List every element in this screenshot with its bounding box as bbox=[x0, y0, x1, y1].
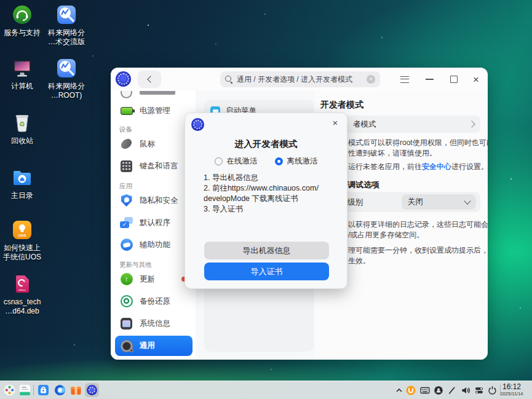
control-center-logo-icon bbox=[191, 118, 204, 131]
desktop-icon-uos-manual[interactable]: UOS 如何快速上 手统信UOS bbox=[0, 219, 44, 262]
panel-paragraph: 性遭到破坏，请谨慎使用。 bbox=[348, 148, 437, 159]
desktop-icon-label: …术交流版 bbox=[44, 38, 89, 47]
software-center-button[interactable] bbox=[69, 383, 83, 397]
stylus-button[interactable] bbox=[445, 383, 459, 397]
maximize-button[interactable] bbox=[447, 73, 461, 86]
minimize-button[interactable] bbox=[422, 73, 437, 86]
desktop-icon-label: csnas_tech bbox=[0, 298, 44, 307]
radio-selected-icon bbox=[275, 157, 283, 165]
dialog-close-button[interactable]: × bbox=[328, 116, 342, 130]
taskbar-separator bbox=[33, 385, 34, 395]
activation-radio-group: 在线激活 离线激活 bbox=[185, 156, 347, 167]
deb-package-icon: debian bbox=[11, 273, 33, 295]
trash-icon: ♻ bbox=[11, 112, 33, 134]
desktop-icon-support[interactable]: 服务与支持 bbox=[0, 4, 44, 38]
radio-offline-activation[interactable]: 离线激活 bbox=[275, 156, 318, 167]
assistive-hand-icon bbox=[119, 238, 133, 252]
screen-capture-button[interactable] bbox=[431, 383, 445, 397]
taskbar: 16:12 2025/11/14 bbox=[0, 381, 532, 399]
sidebar-item-general[interactable]: 通用 bbox=[115, 336, 193, 356]
desktop-icon-label: 计算机 bbox=[0, 82, 44, 91]
panel-paragraph: 运行未签名应用，前往安全中心进行设置。 bbox=[348, 162, 488, 172]
browser-button[interactable] bbox=[53, 383, 67, 397]
chevron-up-icon bbox=[395, 386, 403, 395]
radio-unselected-icon bbox=[215, 157, 223, 165]
computer-icon bbox=[11, 57, 33, 79]
sidebar-item-default-apps[interactable]: ✓ 默认程序 bbox=[115, 213, 193, 232]
step-line: 1. 导出机器信息 bbox=[204, 173, 319, 183]
desktop-icon-label: 如何快速上 bbox=[0, 243, 44, 253]
system-info-icon bbox=[119, 317, 133, 331]
security-center-link[interactable]: 安全中心 bbox=[422, 162, 451, 171]
svg-text:♻: ♻ bbox=[19, 120, 25, 128]
svg-text:debian: debian bbox=[18, 288, 26, 291]
volume-button[interactable] bbox=[458, 383, 472, 397]
desktop-icon-colasoft-root[interactable]: 科来网络分 …ROOT) bbox=[44, 57, 89, 100]
launcher-button[interactable] bbox=[2, 383, 17, 397]
pen-icon bbox=[447, 385, 457, 395]
desktop-icon-computer[interactable]: 计算机 bbox=[0, 57, 44, 91]
sidebar-item-system-info[interactable]: 系统信息 bbox=[115, 314, 193, 333]
back-button[interactable] bbox=[138, 71, 161, 88]
close-button[interactable]: × bbox=[469, 73, 483, 86]
terminal-icon bbox=[19, 384, 31, 396]
battery-icon bbox=[119, 104, 133, 118]
app-store-button[interactable] bbox=[36, 383, 50, 397]
sidebar-section-apps: 应用 bbox=[119, 182, 132, 191]
input-method-button[interactable] bbox=[418, 383, 432, 397]
sidebar-item-backup[interactable]: 备份还原 bbox=[115, 291, 193, 311]
sidebar-item-privacy[interactable]: 隐私和安全 bbox=[115, 191, 193, 210]
debug-options-title: 调试选项 bbox=[347, 180, 379, 191]
hamburger-icon bbox=[400, 76, 409, 83]
uos-id-button[interactable] bbox=[403, 383, 418, 397]
sidebar-item-power-management[interactable]: 电源管理 bbox=[115, 101, 193, 120]
update-arrow-icon: ↑ bbox=[119, 272, 133, 286]
app-store-icon bbox=[38, 384, 49, 396]
export-machine-info-button[interactable]: 导出机器信息 bbox=[204, 242, 329, 259]
desktop-icon-deb-package[interactable]: debian csnas_tech …d64.deb bbox=[0, 273, 44, 316]
sidebar-item-assistive[interactable]: 辅助功能 bbox=[115, 235, 193, 255]
step-line: developMode 下载离线证书 bbox=[204, 194, 319, 204]
panel-paragraph: /或占用更多存储空间。 bbox=[348, 230, 424, 240]
menu-button[interactable] bbox=[397, 73, 412, 86]
toggles-button[interactable] bbox=[472, 383, 486, 397]
clock[interactable]: 16:12 2025/11/14 bbox=[494, 382, 530, 397]
dialog-title: 进入开发者模式 bbox=[185, 138, 347, 150]
level-label: 级别 bbox=[347, 197, 363, 208]
desktop-icon-label: 科来网络分 bbox=[44, 82, 89, 91]
chevron-down-icon bbox=[464, 197, 470, 204]
support-icon bbox=[11, 4, 33, 26]
enter-developer-mode-dialog: × 进入开发者模式 在线激活 离线激活 1. 导出机器信息 2. 前往https… bbox=[185, 113, 347, 289]
control-center-taskbar-button[interactable] bbox=[85, 383, 99, 397]
desktop-icon-label: 科来网络分 bbox=[44, 28, 89, 38]
colasoft-analyzer-icon bbox=[55, 4, 77, 26]
mouse-icon bbox=[119, 137, 133, 151]
chevron-left-icon bbox=[147, 76, 154, 82]
sidebar-section-updates: 更新与其他 bbox=[119, 261, 152, 269]
terminal-button[interactable] bbox=[18, 383, 32, 397]
panel-paragraph: 理可能需要一分钟，收到设置成功提示后，请重 bbox=[348, 245, 488, 256]
maximize-icon bbox=[450, 76, 458, 83]
radio-online-activation[interactable]: 在线激活 bbox=[215, 156, 258, 167]
desktop-icon-colasoft[interactable]: 科来网络分 …术交流版 bbox=[44, 4, 89, 47]
level-dropdown[interactable]: 关闭 bbox=[402, 194, 476, 210]
close-icon: × bbox=[473, 74, 479, 85]
import-certificate-button[interactable]: 导入证书 bbox=[204, 263, 329, 280]
desktop-icon-home[interactable]: 主目录 bbox=[0, 167, 44, 200]
gear-icon bbox=[119, 339, 133, 353]
keyboard-icon bbox=[119, 159, 133, 173]
desktop-icon-label: …d64.deb bbox=[0, 307, 44, 316]
search-input[interactable]: 通用 / 开发者选项 / 进入开发者模式 × bbox=[220, 71, 380, 87]
sidebar-item-mouse[interactable]: 鼠标 bbox=[115, 134, 193, 154]
clear-search-icon[interactable]: × bbox=[367, 75, 375, 84]
panel-title: 开发者模式 bbox=[320, 100, 363, 111]
sidebar-item-update[interactable]: ↑ 更新 bbox=[115, 269, 193, 289]
sidebar-item-keyboard[interactable]: 键盘和语言 bbox=[115, 156, 193, 176]
uos-id-icon bbox=[406, 385, 416, 395]
control-center-logo-icon bbox=[87, 385, 97, 395]
svg-text:UOS: UOS bbox=[18, 234, 26, 237]
home-folder-icon bbox=[11, 167, 33, 189]
desktop-icon-trash[interactable]: ♻ 回收站 bbox=[0, 112, 44, 146]
control-center-logo-icon bbox=[116, 71, 131, 87]
step-line: 2. 前往https://www.chinauos.com/ bbox=[204, 183, 319, 194]
